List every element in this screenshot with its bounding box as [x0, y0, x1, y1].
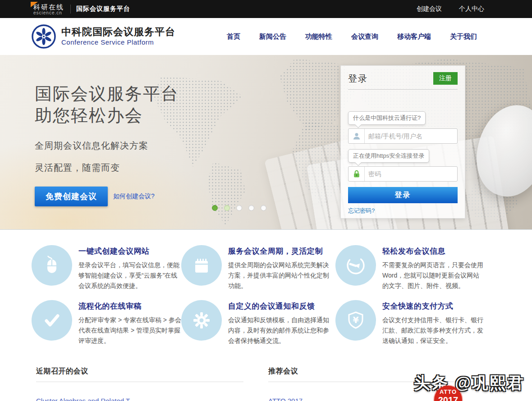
hero-subtitle-1: 全周期会议信息化解决方案 [35, 140, 179, 152]
shield-icon: ¥ [335, 300, 376, 341]
password-field-box [348, 166, 458, 182]
how-to-create-link[interactable]: 如何创建会议? [113, 192, 155, 200]
login-panel: 登录 注册 什么是中国科技云通行证? 正在使用https安全连接登录 [340, 65, 465, 219]
feature-title[interactable]: 流程化的在线审稿 [78, 301, 181, 311]
nav-mobile-client[interactable]: 移动客户端 [397, 32, 431, 41]
feature-full-lifecycle: 服务会议全周期，灵活定制 提供全周期的会议网站系统完美解决方案，并提供丰富的网站… [181, 245, 335, 291]
topbar-link-personal-center[interactable]: 个人中心 [459, 5, 484, 13]
main-nav: 首页 新闻公告 功能特性 会议查询 移动客户端 关于我们 [227, 32, 477, 41]
hero-banner: 国际会议服务平台 助您轻松办会 全周期会议信息化解决方案 灵活配置，随需而变 免… [0, 55, 532, 230]
carousel-dot-5[interactable] [261, 205, 266, 211]
carousel-dot-4[interactable] [248, 205, 254, 211]
page: 科研在线 escience.cn 国际会议服务平台 创建会议 个人中心 [0, 0, 532, 401]
login-title: 登录 [348, 73, 368, 85]
recent-conferences: 近期召开的会议 Cluster Algebras and Related T [36, 367, 243, 401]
create-conference-free-button[interactable]: 免费创建会议 [35, 187, 108, 206]
site-title: 中科院国际会议服务平台 [61, 26, 175, 38]
feature-create-website: 一键式创建会议网站 登录会议平台，填写会议信息，便能够智能创建会议，享受“云服务… [32, 245, 186, 291]
feature-custom-notice: 自定义的会议通知和反馈 会议通知和反馈模板，自由选择通知内容，及时有效的邮件系统… [181, 300, 335, 346]
gear-icon [181, 300, 222, 341]
site-logo[interactable]: 中科院国际会议服务平台 Conference Service Platform [32, 24, 175, 49]
carousel-dot-2[interactable] [224, 205, 230, 211]
nav-home[interactable]: 首页 [227, 32, 240, 41]
nav-features[interactable]: 功能特性 [305, 32, 332, 41]
topbar: 科研在线 escience.cn 国际会议服务平台 创建会议 个人中心 [0, 0, 532, 18]
divider [36, 382, 243, 382]
feature-title[interactable]: 自定义的会议通知和反馈 [228, 301, 331, 311]
feature-title[interactable]: 服务会议全周期，灵活定制 [228, 246, 331, 256]
list-item: Cluster Algebras and Related T 2020-12-1… [36, 397, 243, 401]
username-field-box [348, 128, 458, 144]
feature-text: 提供全周期的会议网站系统完美解决方案，并提供丰富的网站个性化定制功能。 [228, 260, 331, 291]
escience-logo[interactable]: 科研在线 escience.cn [32, 4, 64, 15]
lock-icon [349, 167, 365, 181]
conference-title-link[interactable]: ATTO 2017 [268, 397, 451, 401]
password-input[interactable] [365, 170, 457, 178]
site-subtitle: Conference Service Platform [61, 38, 175, 47]
feature-text: 会议支付支持信用卡、银行卡、银行汇款、邮政汇款等多种支付方式，发送确认通知，保证… [382, 315, 485, 346]
svg-text:¥: ¥ [353, 315, 358, 325]
features-section: 一键式创建会议网站 登录会议平台，填写会议信息，便能够智能创建会议，享受“云服务… [32, 230, 500, 346]
nav-news[interactable]: 新闻公告 [259, 32, 286, 41]
feature-secure-payment: ¥ 安全快速的支付方式 会议支付支持信用卡、银行卡、银行汇款、邮政汇款等多种支付… [335, 300, 490, 346]
feature-easy-publish: 轻松发布会议信息 不需要复杂的网页语言，只要会使用Word，您就可以随时更新会议… [335, 245, 490, 291]
brand-sub: escience.cn [33, 10, 64, 15]
check-icon [32, 300, 72, 341]
cursor-icon [335, 245, 376, 286]
hero-subtitle-2: 灵活配置，随需而变 [35, 162, 179, 174]
calendar-icon [181, 245, 222, 286]
hero-title: 国际会议服务平台 助您轻松办会 [35, 83, 179, 126]
header: 中科院国际会议服务平台 Conference Service Platform … [0, 18, 532, 55]
nav-conference-search[interactable]: 会议查询 [351, 32, 378, 41]
recent-heading: 近期召开的会议 [36, 367, 243, 376]
conference-title-link[interactable]: Cluster Algebras and Related T [36, 397, 198, 401]
username-input[interactable] [365, 132, 457, 140]
https-tooltip: 正在使用https安全连接登录 [348, 149, 429, 163]
cas-emblem-icon [32, 24, 56, 49]
brand-main: 科研在线 [33, 4, 64, 10]
passport-tooltip[interactable]: 什么是中国科技云通行证? [348, 111, 426, 125]
feature-text: 登录会议平台，填写会议信息，便能够智能创建会议，享受“云服务”在线会议系统的高效… [78, 260, 181, 291]
feature-title[interactable]: 一键式创建会议网站 [78, 246, 181, 256]
brand-divider [70, 5, 71, 14]
feature-text: 分配评审专家 > 专家在线审稿 > 参会代表在线查询结果 > 管理员实时掌握评审… [78, 315, 181, 346]
login-divider [348, 89, 458, 90]
brand-platform: 国际会议服务平台 [76, 5, 130, 13]
nav-about[interactable]: 关于我们 [450, 32, 477, 41]
escience-flag-icon [31, 2, 38, 7]
forgot-password-link[interactable]: 忘记密码? [348, 207, 375, 215]
topbar-link-create-conference[interactable]: 创建会议 [417, 5, 442, 13]
feature-text: 会议通知和反馈模板，自由选择通知内容，及时有效的邮件系统让您和参会者保持畅通交流… [228, 315, 331, 346]
carousel-dots [212, 205, 266, 211]
register-button[interactable]: 注册 [433, 72, 458, 85]
mouse-icon [32, 245, 72, 286]
feature-online-review: 流程化的在线审稿 分配评审专家 > 专家在线审稿 > 参会代表在线查询结果 > … [32, 300, 186, 346]
carousel-dot-1[interactable] [212, 205, 218, 211]
user-icon [349, 129, 365, 143]
feature-title[interactable]: 安全快速的支付方式 [382, 301, 485, 311]
toutiao-watermark: 头条 @巩熙君 [414, 372, 525, 394]
carousel-dot-3[interactable] [236, 205, 242, 211]
feature-title[interactable]: 轻松发布会议信息 [382, 246, 485, 256]
feature-text: 不需要复杂的网页语言，只要会使用Word，您就可以随时更新会议网站的文字、图片、… [382, 260, 485, 291]
login-submit-button[interactable]: 登录 [348, 187, 458, 203]
